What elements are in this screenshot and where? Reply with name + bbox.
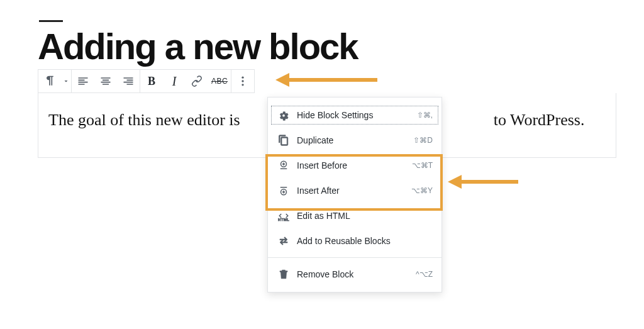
menu-label: Insert After [297, 186, 411, 196]
align-center-icon [99, 75, 112, 87]
block-options-menu: Hide Block Settings ⇧⌘, Duplicate ⇧⌘D In… [267, 97, 442, 293]
menu-duplicate[interactable]: Duplicate ⇧⌘D [268, 128, 441, 153]
align-right-button[interactable] [117, 70, 140, 92]
annotation-arrow-side [449, 177, 518, 186]
menu-hide-block-settings[interactable]: Hide Block Settings ⇧⌘, [268, 103, 441, 128]
menu-shortcut: ^⌥Z [416, 270, 433, 279]
block-type-dropdown-arrow[interactable] [61, 70, 71, 92]
insert-after-icon [277, 185, 291, 196]
duplicate-icon [277, 135, 291, 146]
svg-point-2 [242, 84, 243, 86]
menu-label: Hide Block Settings [297, 110, 417, 120]
bold-button[interactable]: B [140, 70, 163, 92]
menu-edit-html[interactable]: HTML Edit as HTML [268, 203, 441, 228]
link-icon [191, 75, 203, 87]
svg-point-1 [242, 80, 243, 82]
align-left-button[interactable] [72, 70, 94, 92]
menu-label: Edit as HTML [297, 211, 433, 221]
paragraph-text-before: The goal of this new editor is [48, 111, 244, 129]
menu-shortcut: ⌥⌘T [412, 161, 433, 170]
block-type-button[interactable] [38, 70, 61, 92]
align-right-icon [122, 75, 135, 87]
menu-add-reusable[interactable]: Add to Reusable Blocks [268, 228, 441, 254]
gear-icon [277, 109, 291, 121]
menu-label: Remove Block [297, 269, 416, 279]
trash-icon [277, 269, 291, 280]
reusable-icon [277, 235, 291, 247]
page-title: Adding a new block [38, 28, 619, 65]
align-center-button[interactable] [94, 70, 117, 92]
block-toolbar: B I ABC [38, 69, 255, 93]
menu-label: Add to Reusable Blocks [297, 236, 433, 246]
menu-separator [268, 257, 441, 258]
menu-insert-after[interactable]: Insert After ⌥⌘Y [268, 178, 441, 203]
title-divider [39, 20, 63, 22]
menu-shortcut: ⇧⌘, [417, 111, 433, 120]
insert-before-icon [277, 160, 291, 171]
align-left-icon [77, 75, 89, 87]
menu-insert-before[interactable]: Insert Before ⌥⌘T [268, 153, 441, 178]
chevron-down-icon [62, 77, 70, 85]
menu-label: Duplicate [297, 135, 413, 145]
menu-label: Insert Before [297, 160, 412, 170]
menu-shortcut: ⌥⌘Y [411, 186, 433, 195]
strikethrough-button[interactable]: ABC [208, 70, 231, 92]
paragraph-text-after: to WordPress. [489, 111, 584, 129]
more-options-button[interactable] [231, 70, 254, 92]
more-vertical-icon [236, 75, 249, 87]
svg-text:HTML: HTML [278, 218, 289, 221]
svg-point-0 [242, 77, 243, 79]
italic-button[interactable]: I [163, 70, 186, 92]
menu-remove-block[interactable]: Remove Block ^⌥Z [268, 262, 441, 287]
html-icon: HTML [277, 210, 291, 221]
link-button[interactable] [186, 70, 208, 92]
pilcrow-icon [43, 75, 56, 87]
menu-shortcut: ⇧⌘D [413, 136, 433, 145]
